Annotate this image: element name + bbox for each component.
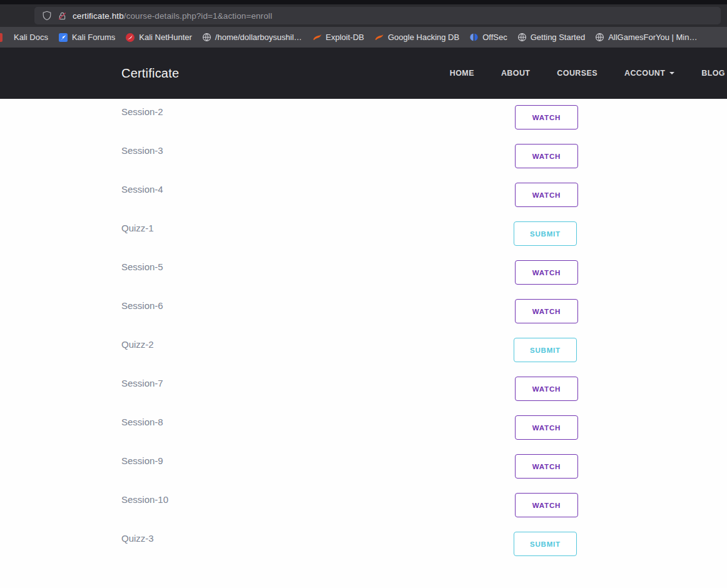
kali-docs-icon[interactable]	[0, 33, 3, 42]
bookmark-label: Kali Forums	[72, 33, 115, 42]
course-action-button[interactable]: SUBMIT	[514, 338, 577, 362]
course-item-label: Session-5	[121, 261, 163, 272]
course-item-label: Quizz-2	[121, 339, 154, 350]
course-item-label: Quizz-1	[121, 223, 154, 233]
nav-link-courses[interactable]: COURSES	[557, 69, 597, 78]
course-item-label: Session-9	[121, 455, 163, 466]
bookmark-label: Kali Docs	[14, 33, 48, 42]
course-item-row: Session-5 WATCH	[0, 254, 727, 293]
nav-link-about[interactable]: ABOUT	[501, 69, 530, 78]
bookmark-kali-docs[interactable]: Kali Docs	[14, 33, 48, 42]
nav-link-account-dropdown[interactable]: ACCOUNT	[624, 69, 674, 78]
course-action-button[interactable]: WATCH	[515, 377, 578, 401]
course-item-row: Session-9 WATCH	[0, 448, 727, 487]
url-bar[interactable]: certificate.htb/course-details.php?id=1&…	[34, 7, 721, 24]
course-item-row: Session-4 WATCH	[0, 176, 727, 215]
course-action-button[interactable]: WATCH	[515, 105, 578, 129]
offsec-icon	[469, 33, 479, 42]
url-host: certificate.htb	[73, 11, 124, 21]
course-item-row: Session-8 WATCH	[0, 409, 727, 448]
course-item-row: Session-6 WATCH	[0, 293, 727, 332]
nav-link-label: HOME	[450, 69, 474, 78]
bookmark-kali-nethunter[interactable]: Kali NetHunter	[125, 33, 192, 43]
insecure-lock-icon[interactable]	[58, 11, 67, 21]
course-item-label: Session-4	[121, 184, 163, 195]
course-action-button[interactable]: WATCH	[515, 144, 578, 168]
course-item-row: Session-2 WATCH	[0, 99, 727, 138]
course-item-row: Quizz-2 SUBMIT	[0, 332, 727, 370]
nav-link-label: BLOG	[701, 69, 725, 78]
course-action-button[interactable]: SUBMIT	[514, 221, 577, 246]
course-item-label: Quizz-3	[121, 533, 154, 544]
course-item-row: Session-10 WATCH	[0, 487, 727, 525]
bookmark-allgamesforyou[interactable]: AllGamesForYou | Min…	[595, 33, 697, 42]
course-item-row: Quizz-3 SUBMIT	[0, 525, 727, 564]
kali-forums-icon	[58, 33, 68, 43]
nav-link-home[interactable]: HOME	[450, 69, 474, 78]
course-action-button[interactable]: WATCH	[515, 183, 578, 207]
exploit-db-bird-icon	[312, 33, 322, 43]
navbar-brand[interactable]: Certificate	[121, 66, 179, 81]
course-item-label: Session-8	[121, 417, 163, 427]
site-navbar: Certificate HOME ABOUT COURSES ACCOUNT B…	[0, 48, 727, 99]
course-item-label: Session-10	[121, 494, 168, 505]
url-text: certificate.htb/course-details.php?id=1&…	[73, 11, 272, 21]
bookmark-label: Kali NetHunter	[139, 33, 192, 42]
chevron-down-icon	[669, 72, 674, 74]
nav-link-blog[interactable]: BLOG	[701, 69, 725, 78]
browser-window: certificate.htb/course-details.php?id=1&…	[0, 0, 727, 588]
globe-icon	[595, 33, 604, 42]
bookmark-exploit-db[interactable]: Exploit-DB	[312, 33, 364, 43]
nav-link-label: COURSES	[557, 69, 597, 78]
nav-link-label: ABOUT	[501, 69, 530, 78]
bookmark-label: OffSec	[482, 33, 507, 42]
course-action-button[interactable]: WATCH	[515, 260, 578, 285]
bookmarks-bar: Kali Docs Kali Forums Kali NetHunter /ho…	[0, 27, 727, 48]
course-item-row: Session-3 WATCH	[0, 138, 727, 176]
course-item-label: Session-6	[121, 300, 163, 311]
bookmark-getting-started[interactable]: Getting Started	[517, 33, 585, 42]
bookmark-offsec[interactable]: OffSec	[469, 33, 507, 42]
bookmark-label: Exploit-DB	[326, 33, 364, 42]
globe-icon	[517, 33, 527, 42]
bookmark-label: Google Hacking DB	[388, 33, 459, 42]
url-path: /course-details.php?id=1&action=enroll	[124, 11, 272, 21]
google-hacking-db-bird-icon	[374, 33, 384, 43]
bookmark-kali-forums[interactable]: Kali Forums	[58, 33, 115, 43]
course-item-list: Session-2 WATCH Session-3 WATCH Session-…	[0, 99, 727, 564]
course-item-row: Quizz-1 SUBMIT	[0, 215, 727, 254]
bookmark-label: Getting Started	[531, 33, 585, 42]
navbar-links: HOME ABOUT COURSES ACCOUNT BLOG	[450, 69, 725, 78]
bookmark-label: AllGamesForYou | Min…	[608, 33, 697, 42]
course-action-button[interactable]: WATCH	[515, 493, 578, 517]
course-action-button[interactable]: SUBMIT	[514, 532, 577, 556]
course-action-button[interactable]: WATCH	[515, 299, 578, 323]
course-item-label: Session-7	[121, 378, 163, 388]
window-top-edge	[0, 0, 727, 4]
course-item-row: Session-7 WATCH	[0, 370, 727, 409]
browser-toolbar: certificate.htb/course-details.php?id=1&…	[0, 4, 727, 27]
globe-icon	[202, 33, 211, 42]
course-action-button[interactable]: WATCH	[515, 454, 578, 479]
kali-nethunter-icon	[125, 33, 135, 43]
bookmark-home-folder[interactable]: /home/dollarboysushil…	[202, 33, 302, 42]
course-item-label: Session-3	[121, 145, 163, 156]
bookmark-google-hacking-db[interactable]: Google Hacking DB	[374, 33, 459, 43]
bookmark-label: /home/dollarboysushil…	[215, 33, 302, 42]
nav-link-label: ACCOUNT	[624, 69, 665, 78]
tracking-shield-icon[interactable]	[42, 11, 52, 21]
course-item-label: Session-2	[121, 106, 163, 117]
course-action-button[interactable]: WATCH	[515, 415, 578, 440]
